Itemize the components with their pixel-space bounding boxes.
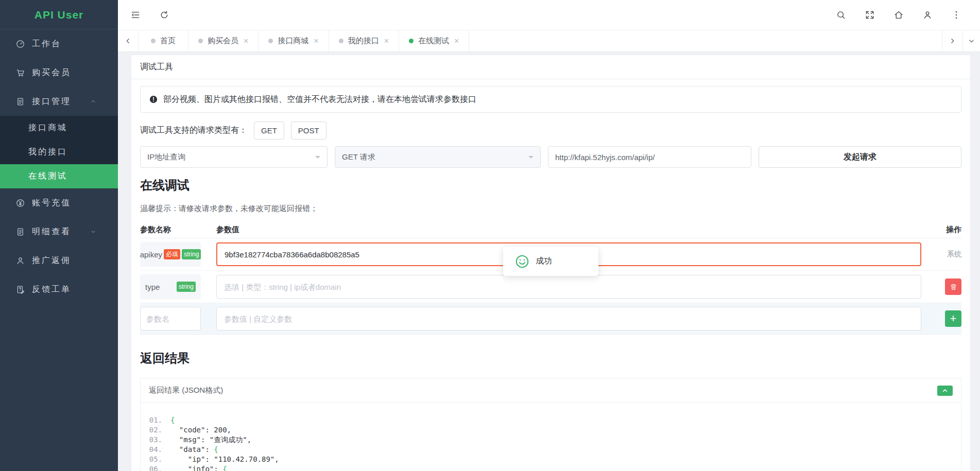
app-logo: API User <box>0 0 118 29</box>
sidebar-item-api-market[interactable]: 接口商城 <box>0 116 118 140</box>
tab-close-icon[interactable]: × <box>314 37 318 46</box>
type-badge: string <box>182 249 201 259</box>
refresh-icon <box>159 10 169 20</box>
code-line-number: 05. <box>141 455 170 464</box>
code-line: 04. "data": { <box>141 445 961 455</box>
code-line-text: "data": { <box>170 445 218 455</box>
topbar-right-icons <box>836 10 961 20</box>
code-line-number: 03. <box>141 435 170 445</box>
method-select[interactable]: GET 请求 <box>335 146 541 168</box>
fullscreen-icon <box>865 10 875 20</box>
param-action-cell: 系统 <box>921 250 961 259</box>
param-value-input-type[interactable] <box>216 275 921 299</box>
caret-down-icon <box>315 156 320 161</box>
custom-param-name-input[interactable] <box>140 307 201 330</box>
tabs-scroll-right-button[interactable] <box>942 30 962 51</box>
search-icon <box>836 10 846 20</box>
tab-api-market[interactable]: 接口商城× <box>259 30 329 51</box>
sidebar-item-workbench[interactable]: 工作台 <box>0 29 118 58</box>
sidebar-item-my-apis[interactable]: 我的接口 <box>0 140 118 164</box>
tab-status-dot <box>339 39 343 43</box>
delete-param-button[interactable] <box>945 278 961 295</box>
code-line: 01.{ <box>141 415 961 425</box>
document-icon <box>15 227 25 237</box>
home-icon <box>893 10 904 20</box>
tabs-scroll-left-button[interactable] <box>118 30 139 51</box>
alert-banner: 部分视频、图片或其他接口报错、空值并不代表无法对接，请在本地尝试请求参数接口 <box>140 86 961 113</box>
topbar-search-button[interactable] <box>836 10 846 20</box>
tab-bar: 首页购买会员×接口商城×我的接口×在线测试× <box>118 30 980 52</box>
code-line-number: 04. <box>141 445 170 455</box>
tab-online-test[interactable]: 在线测试× <box>399 30 469 51</box>
param-action-cell: + <box>921 310 961 327</box>
sidebar-item-buy-membership[interactable]: 购买会员 <box>0 58 118 87</box>
sidebar-item-detail-view[interactable]: 明细查看 <box>0 217 118 246</box>
topbar-refresh-button[interactable] <box>159 10 169 20</box>
param-name-cell <box>140 307 216 330</box>
sidebar-item-label: 接口管理 <box>32 96 71 107</box>
feedback-icon <box>15 285 25 294</box>
sidebar-item-promotion-rebate[interactable]: 推广返佣 <box>0 246 118 275</box>
code-line-text: "info": { <box>170 464 227 471</box>
tab-label: 我的接口 <box>348 36 379 46</box>
sidebar: API User 工作台购买会员接口管理接口商城我的接口在线测试账号充值明细查看… <box>0 0 118 471</box>
topbar-more-dots-button[interactable] <box>951 10 961 20</box>
collapse-panel-button[interactable] <box>937 386 953 396</box>
request-type-row: 调试工具支持的请求类型有： GETPOST <box>140 121 961 139</box>
method-button-post[interactable]: POST <box>291 121 326 139</box>
trash-icon <box>949 283 958 291</box>
dashboard-icon <box>15 39 25 49</box>
send-request-button[interactable]: 发起请求 <box>759 146 961 168</box>
tab-my-apis[interactable]: 我的接口× <box>329 30 399 51</box>
add-param-button[interactable]: + <box>945 310 961 327</box>
tab-close-icon[interactable]: × <box>454 37 459 46</box>
param-row-custom: + <box>140 303 961 335</box>
api-select[interactable]: IP地址查询 <box>140 146 328 168</box>
sidebar-item-account-recharge[interactable]: 账号充值 <box>0 188 118 217</box>
document-icon <box>15 97 25 107</box>
params-table-header: 参数名称 参数值 操作 <box>140 221 961 238</box>
tab-label: 首页 <box>160 36 176 46</box>
topbar-user-button[interactable] <box>922 10 933 20</box>
param-name: apikey <box>140 250 162 259</box>
tab-close-icon[interactable]: × <box>244 37 248 46</box>
tab-close-icon[interactable]: × <box>384 37 389 46</box>
sidebar-submenu-api-management: 接口商城我的接口在线测试 <box>0 116 118 188</box>
sidebar-item-api-management[interactable]: 接口管理 <box>0 87 118 116</box>
param-name-box: typestring <box>140 274 201 299</box>
request-url-input[interactable] <box>548 146 751 168</box>
sidebar-item-label: 推广返佣 <box>32 255 71 266</box>
code-line-text: "ip": "110.42.70.89", <box>170 455 279 464</box>
tab-label: 购买会员 <box>208 36 238 46</box>
code-line-text: "msg": "查询成功", <box>170 435 251 445</box>
custom-param-value-input[interactable] <box>216 307 921 330</box>
chevron-down-icon <box>90 229 96 235</box>
topbar-menu-fold-button[interactable] <box>130 10 141 20</box>
sidebar-item-online-test[interactable]: 在线测试 <box>0 164 118 188</box>
method-button-get[interactable]: GET <box>254 121 284 139</box>
type-badge: string <box>177 282 196 292</box>
topbar-fullscreen-button[interactable] <box>865 10 875 20</box>
sidebar-item-feedback-ticket[interactable]: 反馈工单 <box>0 275 118 304</box>
tab-buy-membership[interactable]: 购买会员× <box>188 30 259 51</box>
tabs-spacer <box>469 30 942 51</box>
code-line-number: 02. <box>141 425 170 435</box>
success-toast: 成功 <box>503 247 598 276</box>
tabs-menu-button[interactable] <box>962 30 980 51</box>
tab-label: 接口商城 <box>278 36 308 46</box>
header-param-value: 参数值 <box>216 225 921 235</box>
json-code-block: 01.{02. "code": 200,03. "msg": "查询成功",04… <box>141 403 961 471</box>
sidebar-item-label: 在线测试 <box>28 171 67 182</box>
tabs-list: 首页购买会员×接口商城×我的接口×在线测试× <box>139 30 469 51</box>
params-table: 参数名称 参数值 操作 apikey必填string系统typestring+ <box>140 221 961 335</box>
topbar-home-button[interactable] <box>893 10 904 20</box>
code-line: 05. "ip": "110.42.70.89", <box>141 455 961 464</box>
sidebar-item-label: 反馈工单 <box>32 284 71 295</box>
sidebar-item-label: 工作台 <box>32 39 61 49</box>
api-select-value: IP地址查询 <box>147 152 185 162</box>
method-select-value: GET 请求 <box>342 152 375 162</box>
yen-circle-icon <box>15 198 25 208</box>
result-panel-header: 返回结果 (JSON格式) <box>141 378 961 403</box>
alert-exclamation-icon <box>149 95 158 104</box>
tab-home[interactable]: 首页 <box>139 30 188 51</box>
